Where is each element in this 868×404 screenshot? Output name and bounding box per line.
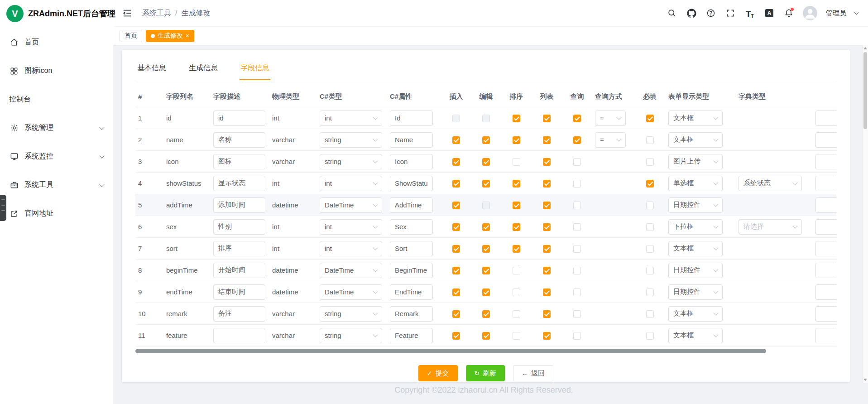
checkbox-insert[interactable] [452, 245, 460, 253]
checkbox-list[interactable] [543, 158, 551, 166]
checkbox-list[interactable] [543, 267, 551, 274]
checkbox-query[interactable] [573, 136, 581, 144]
sidebar-item-system-monitor[interactable]: 系统监控 [0, 142, 113, 171]
checkbox-query[interactable] [573, 289, 581, 296]
fullscreen-icon[interactable] [725, 8, 736, 19]
checkbox-list[interactable] [543, 223, 551, 231]
checkbox-list[interactable] [543, 310, 551, 318]
language-icon[interactable]: A [764, 8, 775, 19]
checkbox-insert[interactable] [452, 267, 460, 274]
csharp-prop-input[interactable] [390, 263, 433, 278]
checkbox-required[interactable] [646, 267, 654, 274]
extra-input[interactable] [815, 219, 836, 235]
checkbox-insert[interactable] [452, 289, 460, 296]
checkbox-sort[interactable] [513, 158, 520, 166]
column-desc-input[interactable] [213, 263, 265, 278]
tab-field-info[interactable]: 字段信息 [240, 61, 270, 80]
csharp-type-select[interactable]: string [320, 132, 382, 148]
avatar[interactable] [803, 6, 817, 20]
checkbox-query[interactable] [573, 180, 581, 188]
submit-button[interactable]: ✓ 提交 [418, 365, 458, 381]
csharp-prop-input[interactable] [390, 176, 433, 191]
extra-input[interactable] [815, 197, 836, 213]
checkbox-query[interactable] [573, 115, 581, 122]
csharp-prop-input[interactable] [390, 306, 433, 322]
column-desc-input[interactable] [213, 219, 265, 235]
checkbox-list[interactable] [543, 245, 551, 253]
column-desc-input[interactable] [213, 328, 265, 343]
checkbox-edit[interactable] [482, 310, 490, 318]
column-desc-input[interactable] [213, 154, 265, 169]
checkbox-required[interactable] [646, 289, 654, 296]
checkbox-insert[interactable] [452, 223, 460, 231]
bell-icon[interactable] [783, 8, 794, 19]
checkbox-query[interactable] [573, 158, 581, 166]
sidebar-fold-icon[interactable] [121, 7, 133, 19]
csharp-type-select[interactable]: DateTime [320, 197, 382, 213]
checkbox-required[interactable] [646, 223, 654, 231]
checkbox-sort[interactable] [513, 136, 520, 144]
checkbox-required[interactable] [646, 136, 654, 144]
column-desc-input[interactable] [213, 284, 265, 300]
checkbox-insert[interactable] [452, 180, 460, 188]
checkbox-insert[interactable] [452, 115, 460, 122]
user-name[interactable]: 管理员 [826, 9, 846, 18]
extra-input[interactable] [815, 111, 836, 126]
checkbox-list[interactable] [543, 180, 551, 188]
column-desc-input[interactable] [213, 197, 265, 213]
chevron-down-icon[interactable] [854, 10, 859, 15]
display-type-select[interactable]: 文本框 [668, 328, 723, 343]
csharp-type-select[interactable]: string [320, 154, 382, 169]
dict-type-select[interactable]: 请选择 [739, 219, 802, 235]
csharp-prop-input[interactable] [390, 111, 433, 126]
github-icon[interactable] [686, 8, 697, 19]
checkbox-edit[interactable] [482, 267, 490, 274]
checkbox-list[interactable] [543, 136, 551, 144]
column-desc-input[interactable] [213, 306, 265, 322]
checkbox-query[interactable] [573, 310, 581, 318]
checkbox-sort[interactable] [513, 332, 520, 340]
checkbox-edit[interactable] [482, 202, 490, 209]
app-logo[interactable]: V ZRAdmin.NET后台管理 [0, 0, 113, 27]
tag-active-page[interactable]: 生成修改 × [146, 30, 194, 42]
checkbox-edit[interactable] [482, 245, 490, 253]
close-icon[interactable]: × [186, 33, 189, 39]
display-type-select[interactable]: 文本框 [668, 132, 723, 148]
display-type-select[interactable]: 日期控件 [668, 284, 723, 300]
csharp-type-select[interactable]: int [320, 111, 382, 126]
display-type-select[interactable]: 下拉框 [668, 219, 723, 235]
column-desc-input[interactable] [213, 176, 265, 191]
checkbox-list[interactable] [543, 289, 551, 296]
csharp-prop-input[interactable] [390, 328, 433, 343]
checkbox-list[interactable] [543, 332, 551, 340]
sidebar-item-system-management[interactable]: 系统管理 [0, 114, 113, 142]
csharp-prop-input[interactable] [390, 241, 433, 256]
refresh-button[interactable]: ↻ 刷新 [466, 365, 505, 381]
checkbox-sort[interactable] [513, 267, 520, 274]
checkbox-sort[interactable] [513, 202, 520, 209]
tab-gen-info[interactable]: 生成信息 [188, 61, 219, 80]
font-size-icon[interactable]: TT [744, 8, 755, 19]
sidebar-item-icons[interactable]: 图标icon [0, 57, 113, 85]
csharp-type-select[interactable]: DateTime [320, 263, 382, 278]
tab-basic-info[interactable]: 基本信息 [136, 61, 167, 80]
tag-home[interactable]: 首页 [120, 30, 142, 42]
sidebar-item-console[interactable]: 控制台 [0, 85, 113, 114]
vertical-scrollbar-thumb[interactable] [863, 52, 867, 129]
help-icon[interactable] [705, 8, 716, 19]
extra-input[interactable] [815, 328, 836, 343]
csharp-prop-input[interactable] [390, 197, 433, 213]
csharp-type-select[interactable]: int [320, 176, 382, 191]
breadcrumb-parent[interactable]: 系统工具 [142, 9, 171, 18]
column-desc-input[interactable] [213, 111, 265, 126]
extra-input[interactable] [815, 132, 836, 148]
csharp-prop-input[interactable] [390, 219, 433, 235]
checkbox-insert[interactable] [452, 310, 460, 318]
column-desc-input[interactable] [213, 241, 265, 256]
checkbox-query[interactable] [573, 267, 581, 274]
checkbox-required[interactable] [646, 202, 654, 209]
checkbox-query[interactable] [573, 223, 581, 231]
checkbox-insert[interactable] [452, 332, 460, 340]
scroll-down-arrow[interactable] [863, 376, 868, 383]
checkbox-query[interactable] [573, 202, 581, 209]
